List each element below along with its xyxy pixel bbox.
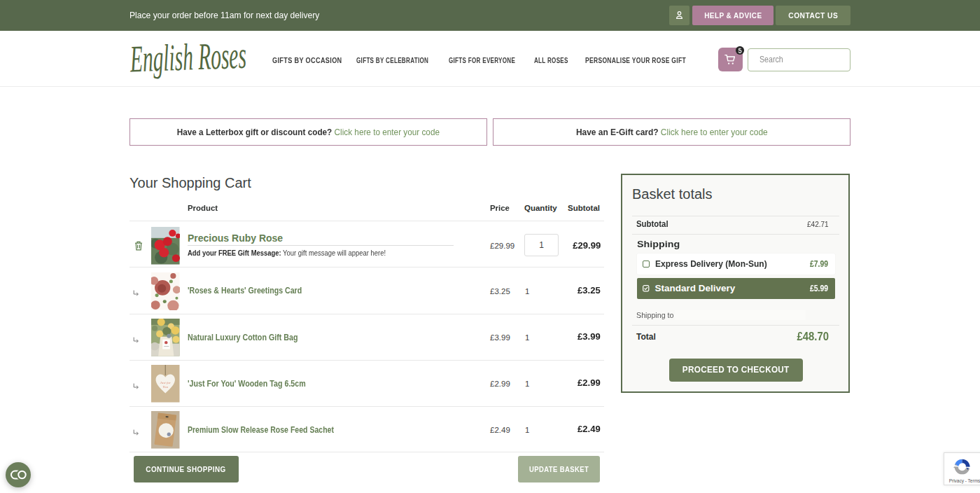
svg-text:Just for: Just for [160, 381, 171, 384]
svg-text:You: You [163, 385, 169, 389]
svg-text:English Roses: English Roses [130, 39, 247, 80]
